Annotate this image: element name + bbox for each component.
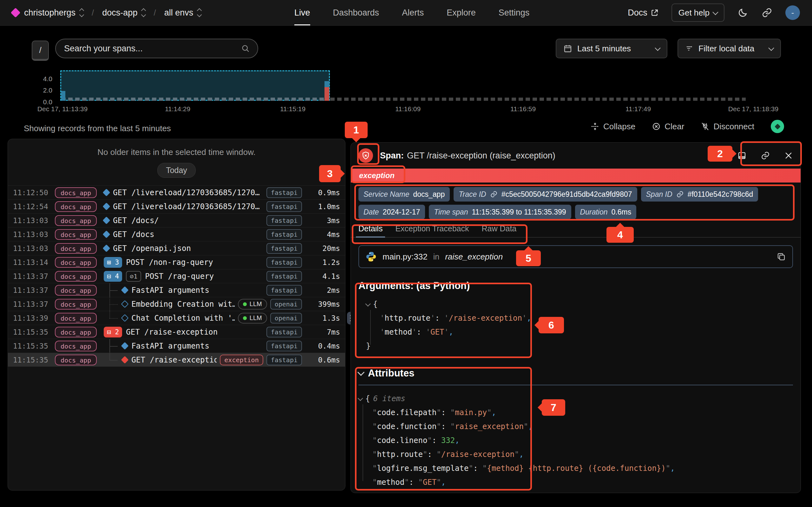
disconnect-button[interactable]: Disconnect	[701, 122, 754, 131]
span-name[interactable]: GET /openapi.json	[113, 244, 191, 253]
copy-link-icon[interactable]	[761, 151, 770, 160]
collapse-label: Collapse	[603, 122, 635, 131]
detail-tab-raw-data[interactable]: Raw Data	[482, 223, 517, 237]
row-content: GET /livereload/1270363685/1270…	[104, 200, 263, 213]
children-count-badge[interactable]: ⊞ 3	[104, 257, 122, 268]
external-link-icon	[651, 9, 659, 17]
attributes-code[interactable]: {6 items"code.filepath": "main.py","code…	[358, 392, 793, 489]
service-name-tag[interactable]: docs_app	[55, 313, 97, 324]
span-name[interactable]: Chat Completion with '…	[131, 314, 235, 323]
service-name-tag[interactable]: docs_app	[55, 271, 97, 282]
span-name[interactable]: POST /rag-query	[145, 272, 214, 281]
span-row[interactable]: 11:13:14docs_app⊞ 3POST /non-rag-queryfa…	[8, 255, 345, 269]
span-kind-icon	[103, 230, 110, 238]
span-row[interactable]: 11:12:50docs_appGET /livereload/12703636…	[8, 185, 345, 199]
live-status-indicator[interactable]	[771, 120, 784, 133]
service-name-tag[interactable]: docs_app	[55, 229, 97, 240]
service-name-tag[interactable]: docs_app	[55, 285, 97, 296]
org-selector[interactable]: christophergs	[24, 8, 84, 18]
time-range-button[interactable]: Last 5 minutes	[556, 39, 667, 58]
arguments-code[interactable]: {'http.route': '/raise-exception','metho…	[366, 297, 785, 353]
logfire-logo-icon[interactable]	[10, 8, 20, 17]
project-selector[interactable]: docs-app	[102, 8, 145, 18]
row-time: 11:13:37	[13, 300, 55, 308]
histogram-plot-area[interactable]	[59, 70, 749, 101]
framework-chip: fastapi	[266, 354, 302, 365]
service-name-tag[interactable]: docs_app	[55, 327, 97, 337]
share-link-icon[interactable]	[761, 7, 773, 18]
detail-tab-exception-traceback[interactable]: Exception Traceback	[395, 223, 469, 237]
today-button[interactable]: Today	[157, 163, 196, 178]
breadcrumb-separator: /	[92, 8, 94, 18]
code-line: 'method': 'GET',	[366, 325, 785, 339]
service-name-tag[interactable]: docs_app	[55, 257, 97, 268]
span-name[interactable]: FastAPI arguments	[131, 286, 209, 295]
span-row[interactable]: 11:13:03docs_appGET /docs/fastapi3ms	[8, 213, 345, 227]
get-help-button[interactable]: Get help	[671, 3, 724, 22]
collapse-button[interactable]: Collapse	[591, 122, 635, 131]
span-histogram[interactable]: 4.0 2.0 0.0 Dec 17, 11:13:3911:14:2911:1…	[0, 68, 812, 116]
theme-toggle-moon-icon[interactable]	[737, 7, 749, 18]
service-name-tag[interactable]: docs_app	[55, 187, 97, 198]
meta-value: 2024-12-17	[383, 208, 420, 216]
row-content: FastAPI arguments	[104, 339, 263, 353]
span-name[interactable]: GET /docs	[113, 230, 154, 239]
hidden-spans-chip[interactable]: ⊘1	[126, 271, 141, 282]
clear-button[interactable]: Clear	[652, 122, 684, 131]
framework-chip: fastapi	[266, 341, 302, 351]
span-row[interactable]: 11:13:03docs_appGET /openapi.jsonfastapi…	[8, 241, 345, 255]
service-name-tag[interactable]: docs_app	[55, 354, 97, 365]
span-name[interactable]: GET /livereload/1270363685/1270…	[113, 188, 259, 197]
span-row[interactable]: 11:13:37docs_appEmbedding Creation wit…L…	[8, 297, 345, 311]
chevron-down-icon	[655, 45, 660, 51]
nav-tab-dashboards[interactable]: Dashboards	[333, 0, 379, 25]
span-row[interactable]: 11:15:35docs_appFastAPI argumentsfastapi…	[8, 339, 345, 353]
service-name-tag[interactable]: docs_app	[55, 201, 97, 212]
span-row[interactable]: 11:13:03docs_appGET /docsfastapi4ms	[8, 227, 345, 241]
service-name-tag[interactable]: docs_app	[55, 243, 97, 254]
code-file-line: main.py:332	[383, 252, 427, 262]
span-name[interactable]: GET /docs/	[113, 216, 159, 225]
meta-pill-span-id[interactable]: Span ID#f0110e542c798c6d	[641, 187, 758, 202]
exception-chip: exception	[220, 354, 263, 365]
clear-icon	[652, 122, 661, 131]
span-row[interactable]: 11:13:37docs_app⊟ 4⊘1POST /rag-queryfast…	[8, 269, 345, 283]
span-row[interactable]: 11:15:35docs_appGET /raise-exception …ex…	[8, 353, 345, 367]
histogram-bar-ok	[61, 91, 65, 101]
env-selector[interactable]: all envs	[164, 8, 201, 18]
detail-tab-details[interactable]: Details	[358, 223, 383, 237]
chevron-down-icon	[358, 395, 363, 401]
local-filter-button[interactable]: Filter local data	[677, 39, 781, 58]
span-row[interactable]: 11:12:54docs_appGET /livereload/12703636…	[8, 199, 345, 213]
meta-pill-trace-id[interactable]: Trace ID#c5ec5005042796e91d5db42ca9fd980…	[454, 187, 637, 202]
service-name-tag[interactable]: docs_app	[55, 341, 97, 351]
span-name[interactable]: FastAPI arguments	[131, 342, 209, 350]
span-name[interactable]: GET /raise-exception …	[131, 355, 217, 364]
empty-window-notice: No older items in the selected time wind…	[8, 147, 345, 157]
copy-button[interactable]	[776, 252, 786, 262]
metadata-row: Date2024-12-17Time span11:15:35.399 to 1…	[358, 205, 793, 219]
user-avatar[interactable]: -	[785, 5, 800, 20]
children-count-badge[interactable]: ⊟ 4	[104, 271, 122, 282]
span-kind-icon	[121, 342, 129, 349]
nav-tab-live[interactable]: Live	[294, 0, 310, 25]
nav-tab-alerts[interactable]: Alerts	[402, 0, 424, 25]
search-input[interactable]	[63, 43, 241, 54]
span-row[interactable]: 11:13:39docs_appChat Completion with '…L…	[8, 311, 345, 325]
close-icon[interactable]	[784, 151, 793, 160]
children-count-badge[interactable]: ⊟ 2	[104, 327, 122, 337]
service-name-tag[interactable]: docs_app	[55, 215, 97, 226]
docs-link[interactable]: Docs	[628, 8, 659, 18]
service-name-tag[interactable]: docs_app	[55, 299, 97, 309]
nav-tab-explore[interactable]: Explore	[447, 0, 476, 25]
span-name[interactable]: Embedding Creation wit…	[131, 300, 235, 308]
nav-tab-settings[interactable]: Settings	[499, 0, 530, 25]
attributes-heading[interactable]: Attributes	[358, 368, 793, 379]
dock-panel-icon[interactable]	[737, 151, 747, 160]
span-row[interactable]: 11:13:37docs_appFastAPI argumentsfastapi…	[8, 283, 345, 297]
span-row[interactable]: 11:15:35docs_app⊟ 2GET /raise-exceptionf…	[8, 325, 345, 339]
time-selection-region[interactable]	[60, 70, 330, 101]
span-name[interactable]: GET /raise-exception	[126, 328, 217, 337]
span-name[interactable]: GET /livereload/1270363685/1270…	[113, 202, 259, 211]
span-name[interactable]: POST /non-rag-query	[126, 258, 213, 267]
